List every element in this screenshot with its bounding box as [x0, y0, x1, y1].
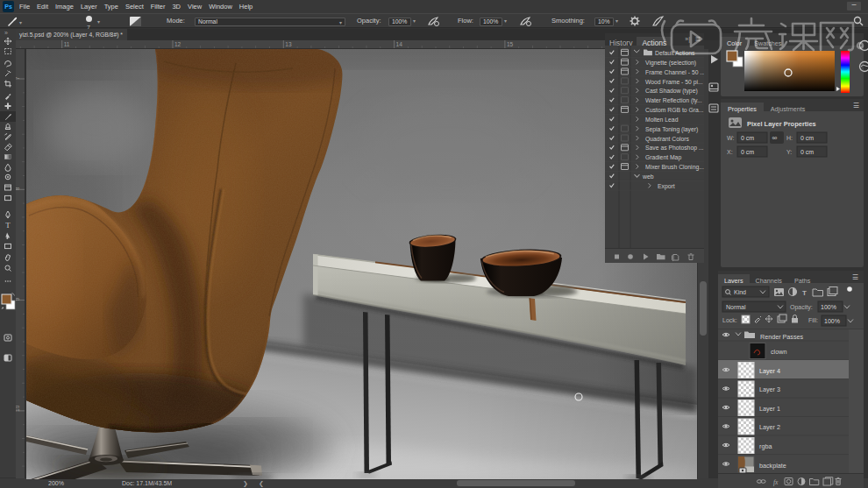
svg-text:Layer 2: Layer 2	[759, 423, 780, 431]
svg-text:Fill:: Fill:	[808, 317, 818, 323]
svg-text:fx: fx	[773, 478, 779, 486]
svg-text:Export: Export	[658, 183, 675, 190]
svg-text:Layer 4: Layer 4	[759, 367, 780, 375]
svg-text:Y:: Y:	[786, 149, 792, 155]
svg-text:▾: ▾	[19, 20, 22, 25]
svg-text:Frame Channel - 50 ...: Frame Channel - 50 ...	[645, 69, 704, 75]
svg-text:T: T	[5, 221, 11, 230]
svg-text:Custom RGB to Gra...: Custom RGB to Gra...	[645, 107, 704, 113]
svg-text:100%: 100%	[821, 304, 836, 310]
svg-text:Render Passes: Render Passes	[760, 333, 804, 341]
svg-text:0 cm: 0 cm	[800, 149, 814, 155]
svg-text:100%: 100%	[824, 318, 840, 324]
svg-text:web: web	[642, 173, 654, 180]
svg-text:Vignette (selection): Vignette (selection)	[645, 60, 696, 67]
svg-text:T: T	[802, 289, 807, 297]
svg-text:13: 13	[285, 41, 292, 47]
svg-text:Wood Frame - 50 pi...: Wood Frame - 50 pi...	[645, 79, 703, 86]
svg-text:rgba: rgba	[759, 442, 772, 450]
svg-text:»: »	[4, 30, 8, 36]
svg-text:Lock:: Lock:	[722, 317, 737, 323]
svg-text:Gradient Map: Gradient Map	[645, 154, 681, 161]
svg-text:9: 9	[16, 298, 20, 301]
svg-text:Pixel Layer Properties: Pixel Layer Properties	[747, 120, 816, 128]
svg-text:Water Reflection (ty...: Water Reflection (ty...	[645, 97, 702, 104]
svg-text:14: 14	[396, 41, 403, 47]
svg-text:Cast Shadow (type): Cast Shadow (type)	[645, 88, 698, 95]
svg-text:Sepia Toning (layer): Sepia Toning (layer)	[645, 126, 698, 133]
svg-text:Layer 1: Layer 1	[759, 405, 780, 413]
svg-text:0 cm: 0 cm	[800, 135, 814, 141]
svg-text:Layer 3: Layer 3	[759, 385, 780, 393]
svg-text:12: 12	[174, 41, 181, 47]
svg-text:15: 15	[507, 41, 514, 47]
svg-text:0 cm: 0 cm	[741, 135, 754, 141]
svg-text:Kind: Kind	[734, 289, 746, 295]
svg-text:8: 8	[16, 187, 20, 190]
svg-text:Save as Photoshop ...: Save as Photoshop ...	[645, 145, 704, 152]
svg-text:Molten Lead: Molten Lead	[645, 117, 679, 123]
svg-text:Opacity:: Opacity:	[790, 304, 813, 311]
svg-text:Normal: Normal	[726, 304, 746, 310]
svg-text:10: 10	[16, 405, 20, 412]
svg-text:0 cm: 0 cm	[741, 149, 754, 155]
svg-text:∞: ∞	[772, 134, 778, 142]
svg-text:clown: clown	[771, 348, 786, 356]
svg-text:7: 7	[16, 76, 20, 80]
svg-text:backplate: backplate	[759, 462, 786, 470]
svg-text:H:: H:	[786, 135, 793, 141]
svg-text:11: 11	[64, 41, 70, 47]
svg-text:W:: W:	[727, 135, 734, 141]
svg-text:Quadrant Colors: Quadrant Colors	[645, 136, 689, 143]
svg-text:Mixer Brush Cloning...: Mixer Brush Cloning...	[645, 164, 704, 171]
svg-text:X:: X:	[727, 149, 733, 155]
svg-text:Default Actions: Default Actions	[655, 50, 695, 56]
